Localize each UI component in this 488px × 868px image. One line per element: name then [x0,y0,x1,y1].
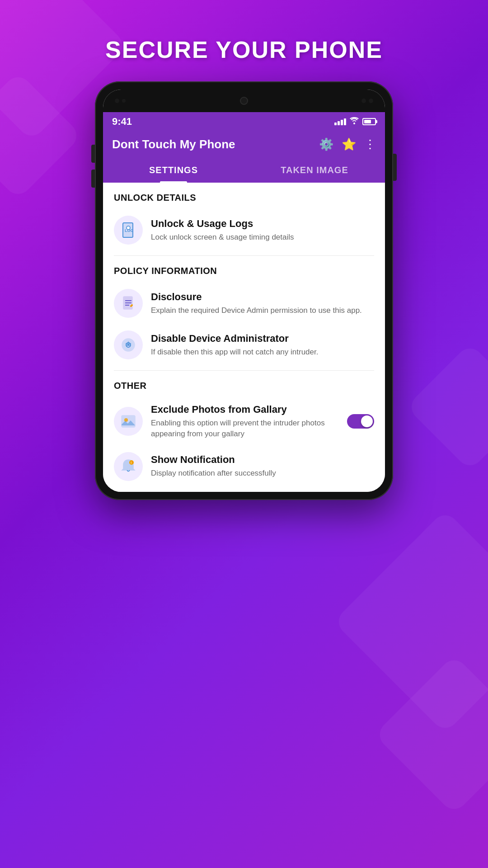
status-bar: 9:41 [103,112,385,131]
favorites-icon[interactable]: ⭐ [342,137,356,151]
list-item-show-notification[interactable]: ! Show Notification Display notification… [114,446,374,487]
sensor-dot [122,99,126,103]
section-header-unlock: UNLOCK DETAILS [114,193,374,203]
bg-decoration-5 [406,343,488,471]
more-options-icon[interactable]: ⋮ [364,137,376,151]
disclosure-icon [120,295,136,311]
status-icons [334,117,376,127]
section-other: OTHER Exclude Photos from Gallary Enabli… [103,371,385,492]
exclude-photos-text: Exclude Photos from Gallary Enabling thi… [151,404,339,439]
list-item-unlock-logs[interactable]: LOG Unlock & Usage Logs Lock unlock scre… [114,209,374,251]
page-title: SECURE YOUR PHONE [105,36,383,63]
disclosure-title: Disclosure [151,291,374,303]
app-bar-actions: ⚙️ ⭐ ⋮ [319,137,376,151]
phone-screen: 9:41 Dont Touch My P [103,90,385,492]
signal-icon [334,118,346,125]
app-title: Dont Touch My Phone [112,137,235,151]
exclude-photos-icon [120,413,137,430]
phone-frame: 9:41 Dont Touch My P [95,81,393,500]
disable-admin-icon [120,336,137,354]
disable-admin-icon-wrap [114,330,143,359]
disable-admin-title: Disable Device Administrator [151,333,374,344]
notification-icon: ! [120,458,137,475]
battery-icon [362,118,376,125]
power-button [393,154,397,181]
unlock-logs-title: Unlock & Usage Logs [151,218,374,230]
tabs: SETTINGS TAKEN IMAGE [103,158,385,183]
section-header-policy: POLICY INFORMATION [114,266,374,276]
unlock-logs-subtitle: Lock unlock screen & usage timing detail… [151,232,374,243]
front-camera-dot [115,99,119,103]
list-item-disable-admin[interactable]: Disable Device Administrator If disable … [114,324,374,366]
show-notification-subtitle: Display notification after successfully [151,468,374,479]
volume-up-button [91,145,95,163]
list-item-disclosure[interactable]: Disclosure Explain the required Device A… [114,283,374,324]
unlock-logs-text: Unlock & Usage Logs Lock unlock screen &… [151,218,374,243]
exclude-photos-title: Exclude Photos from Gallary [151,404,339,415]
show-notification-text: Show Notification Display notification a… [151,454,374,479]
disable-admin-text: Disable Device Administrator If disable … [151,333,374,358]
camera-dot-right2 [369,99,373,103]
wifi-icon [350,117,359,127]
unlock-logs-icon: LOG [120,222,136,238]
section-header-other: OTHER [114,381,374,391]
tab-taken-image[interactable]: TAKEN IMAGE [244,158,385,183]
app-bar: Dont Touch My Phone ⚙️ ⭐ ⋮ [103,131,385,158]
settings-icon[interactable]: ⚙️ [319,137,333,151]
selfie-camera [240,97,248,105]
svg-point-11 [127,344,129,346]
tab-settings[interactable]: SETTINGS [103,158,244,183]
disclosure-icon-wrap [114,289,143,318]
unlock-logs-icon-wrap: LOG [114,216,143,245]
list-item-exclude-photos[interactable]: Exclude Photos from Gallary Enabling thi… [114,397,374,446]
content-area: UNLOCK DETAILS LOG Unlock & Usage Logs [103,183,385,492]
volume-down-button [91,170,95,188]
phone-notch [103,90,385,112]
exclude-photos-subtitle: Enabling this option will prevent the in… [151,418,339,439]
exclude-photos-toggle[interactable] [347,414,374,429]
svg-point-4 [127,226,130,229]
disclosure-subtitle: Explain the required Device Admin permis… [151,305,374,316]
show-notification-icon-wrap: ! [114,452,143,481]
svg-text:!: ! [131,461,131,464]
show-notification-title: Show Notification [151,454,374,466]
exclude-photos-icon-wrap [114,407,143,436]
section-policy: POLICY INFORMATION Disclosure Ex [103,256,385,370]
status-time: 9:41 [112,116,132,127]
disable-admin-subtitle: If disable then this app will not catch … [151,347,374,358]
svg-rect-12 [122,415,135,427]
camera-dot-right [361,99,366,103]
disclosure-text: Disclosure Explain the required Device A… [151,291,374,316]
section-unlock-details: UNLOCK DETAILS LOG Unlock & Usage Logs [103,183,385,255]
